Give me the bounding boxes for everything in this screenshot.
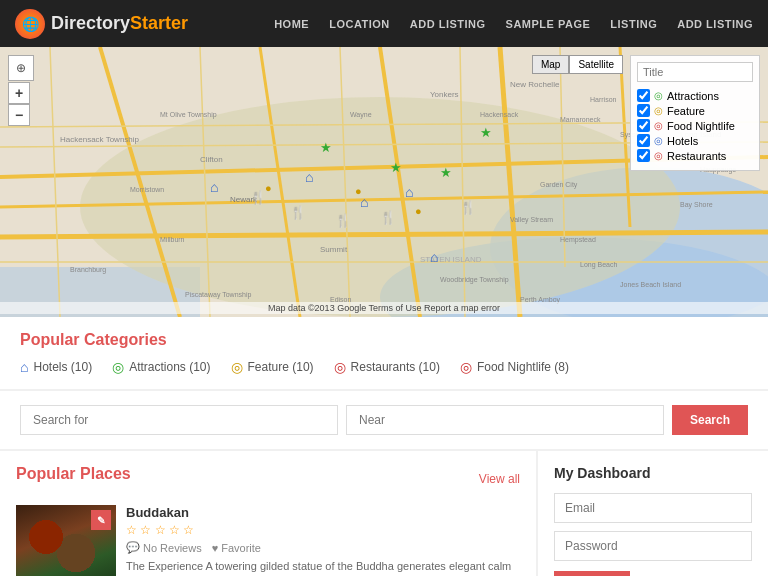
main-nav: HOME LOCATION ADD LISTING SAMPLE PAGE LI… — [274, 18, 753, 30]
nav-add-listing-2[interactable]: ADD LISTING — [677, 18, 753, 30]
header: 🌐 DirectoryStarter HOME LOCATION ADD LIS… — [0, 0, 768, 47]
nav-add-listing[interactable]: ADD LISTING — [410, 18, 486, 30]
nav-home[interactable]: HOME — [274, 18, 309, 30]
svg-text:★: ★ — [320, 140, 332, 155]
popular-places-title: Popular Places — [16, 465, 131, 483]
logo-text: DirectoryStarter — [51, 13, 188, 34]
category-nightlife[interactable]: ◎ Food Nightlife (8) — [460, 359, 569, 375]
svg-text:Valley Stream: Valley Stream — [510, 216, 553, 224]
star-2: ☆ — [140, 523, 151, 537]
svg-text:Mt Olive Township: Mt Olive Township — [160, 111, 217, 119]
heart-icon: ♥ — [212, 542, 219, 554]
map-container: Hackensack Township Mt Olive Township Cl… — [0, 47, 768, 317]
satellite-view-button[interactable]: Satellite — [569, 55, 623, 74]
svg-text:Long Beach: Long Beach — [580, 261, 617, 269]
svg-text:●: ● — [415, 205, 422, 217]
star-3: ☆ — [155, 523, 166, 537]
filter-feature-icon: ◎ — [654, 105, 663, 116]
category-attractions-label: Attractions (10) — [129, 360, 210, 374]
svg-text:Morristown: Morristown — [130, 186, 164, 193]
attraction-icon: ◎ — [112, 359, 124, 375]
search-input[interactable] — [20, 405, 338, 435]
category-attractions[interactable]: ◎ Attractions (10) — [112, 359, 210, 375]
view-all-link[interactable]: View all — [479, 472, 520, 486]
place-image: ✎ — [16, 505, 116, 576]
filter-attractions: ◎ Attractions — [637, 89, 753, 102]
place-card-buddakan: ✎ Buddakan ☆ ☆ ☆ ☆ ☆ 💬 No Reviews — [16, 505, 520, 576]
filter-attractions-checkbox[interactable] — [637, 89, 650, 102]
svg-text:★: ★ — [390, 160, 402, 175]
svg-text:⌂: ⌂ — [210, 179, 218, 195]
nav-sample-page[interactable]: SAMPLE PAGE — [506, 18, 591, 30]
popular-places-section: Popular Places View all ✎ Buddakan ☆ ☆ ☆… — [0, 451, 536, 576]
nav-listing[interactable]: LISTING — [610, 18, 657, 30]
categories-list: ⌂ Hotels (10) ◎ Attractions (10) ◎ Featu… — [20, 359, 748, 375]
svg-text:Hackensack Township: Hackensack Township — [60, 135, 140, 144]
category-hotels[interactable]: ⌂ Hotels (10) — [20, 359, 92, 375]
email-input[interactable] — [554, 493, 752, 523]
favorite-meta: ♥ Favorite — [212, 541, 261, 554]
svg-text:Branchburg: Branchburg — [70, 266, 106, 274]
place-description: The Experience A towering gilded statue … — [126, 559, 520, 576]
categories-section: Popular Categories ⌂ Hotels (10) ◎ Attra… — [0, 317, 768, 389]
logo-dir: Directory — [51, 13, 130, 33]
comment-icon: 💬 — [126, 541, 140, 554]
nightlife-icon: ◎ — [460, 359, 472, 375]
filter-restaurants: ◎ Restaurants — [637, 149, 753, 162]
svg-text:Summit: Summit — [320, 245, 348, 254]
dashboard-section: My Dashboard Sign In New User? Register … — [538, 451, 768, 576]
map-type-toggle: Map Satellite — [532, 55, 623, 74]
filter-feature-label: Feature — [667, 105, 705, 117]
hotel-icon: ⌂ — [20, 359, 28, 375]
map-view-button[interactable]: Map — [532, 55, 569, 74]
svg-text:New Rochelle: New Rochelle — [510, 80, 560, 89]
place-desc-text: The Experience A towering gilded statue … — [126, 560, 518, 576]
svg-text:●: ● — [355, 185, 362, 197]
restaurant-icon: ◎ — [334, 359, 346, 375]
zoom-out-button[interactable]: − — [8, 104, 30, 126]
feature-icon: ◎ — [231, 359, 243, 375]
search-bar: Search — [20, 405, 748, 435]
filter-nightlife-checkbox[interactable] — [637, 119, 650, 132]
category-feature[interactable]: ◎ Feature (10) — [231, 359, 314, 375]
svg-text:Millburn: Millburn — [160, 236, 185, 243]
svg-text:🍴: 🍴 — [335, 212, 352, 229]
popular-places-header: Popular Places View all — [16, 465, 520, 493]
svg-text:★: ★ — [440, 165, 452, 180]
filter-attractions-label: Attractions — [667, 90, 719, 102]
logo-starter: Starter — [130, 13, 188, 33]
svg-text:★: ★ — [480, 125, 492, 140]
map-move-control[interactable]: ⊕ — [8, 55, 34, 81]
nav-location[interactable]: LOCATION — [329, 18, 390, 30]
star-4: ☆ — [169, 523, 180, 537]
svg-text:Jones Beach Island: Jones Beach Island — [620, 281, 681, 288]
filter-nightlife-label: Food Nightlife — [667, 120, 735, 132]
star-5: ☆ — [183, 523, 194, 537]
svg-text:Piscataway Township: Piscataway Township — [185, 291, 252, 299]
category-nightlife-label: Food Nightlife (8) — [477, 360, 569, 374]
svg-text:🍴: 🍴 — [460, 199, 477, 216]
filter-hotels-checkbox[interactable] — [637, 134, 650, 147]
signin-button[interactable]: Sign In — [554, 571, 630, 576]
favorite-label: Favorite — [221, 542, 261, 554]
svg-text:Mamaroneck: Mamaroneck — [560, 116, 601, 123]
reviews-meta: 💬 No Reviews — [126, 541, 202, 554]
search-button[interactable]: Search — [672, 405, 748, 435]
svg-text:🍴: 🍴 — [380, 209, 397, 226]
logo-icon: 🌐 — [15, 9, 45, 39]
map-title-input[interactable] — [637, 62, 753, 82]
search-section: Search — [0, 391, 768, 449]
bottom-row: Popular Places View all ✎ Buddakan ☆ ☆ ☆… — [0, 451, 768, 576]
filter-attractions-icon: ◎ — [654, 90, 663, 101]
password-input[interactable] — [554, 531, 752, 561]
zoom-in-button[interactable]: + — [8, 82, 30, 104]
filter-nightlife: ◎ Food Nightlife — [637, 119, 753, 132]
svg-text:●: ● — [265, 182, 272, 194]
svg-text:⌂: ⌂ — [430, 249, 438, 265]
filter-nightlife-icon: ◎ — [654, 120, 663, 131]
near-input[interactable] — [346, 405, 664, 435]
category-restaurants[interactable]: ◎ Restaurants (10) — [334, 359, 440, 375]
filter-restaurants-checkbox[interactable] — [637, 149, 650, 162]
filter-feature-checkbox[interactable] — [637, 104, 650, 117]
svg-text:Yonkers: Yonkers — [430, 90, 459, 99]
